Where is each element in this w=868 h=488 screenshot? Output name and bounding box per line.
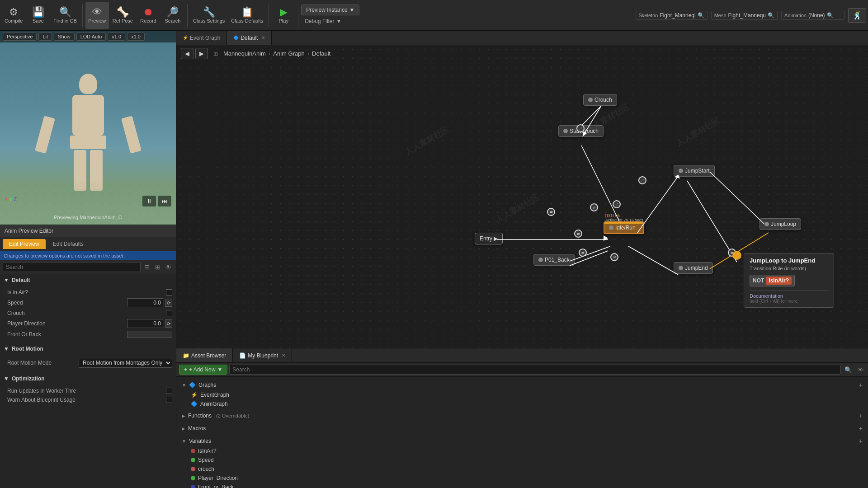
warn-blueprint-checkbox[interactable] (166, 397, 172, 403)
root-motion-section-header[interactable]: ▼ Root Motion (0, 343, 176, 355)
animation-search-icon[interactable]: 🔍 (827, 12, 834, 19)
ref-pose-button[interactable]: 🦴 Ref Pose (110, 2, 136, 29)
idle-run-node[interactable]: 100.0% Acting for 70.16 secs Idle/Run (604, 221, 644, 234)
graphs-add-button[interactable]: + (859, 381, 863, 389)
transition-node-5[interactable]: ⇌ (576, 124, 585, 132)
scale2-button[interactable]: x1.0 (127, 33, 145, 41)
jump-end-node[interactable]: JumpEnd (674, 262, 713, 274)
debug-filter-button[interactable]: Debug Filter ▼ (301, 16, 359, 26)
macros-header[interactable]: ▶ Macros + (176, 423, 868, 434)
play-button[interactable]: ▶ Play (272, 2, 295, 29)
search-grid-button[interactable]: ⊞ (153, 263, 162, 272)
find-in-cb-button[interactable]: 🔍 Find in CB (51, 2, 79, 29)
orange-transition-marker[interactable] (732, 251, 741, 260)
edit-defaults-tab[interactable]: Edit Defaults (47, 239, 90, 249)
class-settings-button[interactable]: 🔧 Class Settings (190, 2, 227, 29)
default-graph-tab[interactable]: 🔷 Default ✕ (227, 31, 272, 45)
var-player-direction-item[interactable]: Player_Direction (176, 474, 868, 483)
search-input[interactable] (3, 262, 141, 272)
asset-browser-icon: 📁 (183, 352, 189, 359)
viewport: Perspective Lit Show LOD Auto x1.0 x1.0 (0, 31, 176, 225)
playback-controls: ⏸ ⏭ (142, 196, 171, 206)
crouch-checkbox[interactable] (166, 310, 172, 316)
compile-button[interactable]: ⚙ Compile (2, 2, 25, 29)
entry-node[interactable]: Entry ▶ (475, 233, 503, 244)
nav-forward-button[interactable]: ▶ (195, 48, 208, 59)
jump-start-node[interactable]: JumpStart (674, 165, 715, 177)
transition-node-8[interactable]: ⇌ (610, 253, 618, 261)
close-blueprint-icon[interactable]: ✕ (282, 353, 285, 358)
macros-add-button[interactable]: + (859, 425, 863, 432)
functions-header[interactable]: ▶ Functions (2 Overridable) + (176, 410, 868, 421)
root-motion-mode-select[interactable]: Root Motion from Montages Only (79, 358, 172, 368)
save-button[interactable]: 💾 Save (26, 2, 50, 29)
perspective-button[interactable]: Perspective (3, 33, 37, 41)
variables-header[interactable]: ▼ Variables + (176, 436, 868, 446)
jump-loop-node[interactable]: JumpLoop (760, 218, 801, 230)
record-button[interactable]: ⏺ Record (137, 2, 160, 29)
event-graph-tab[interactable]: ⚡ Event Graph (176, 31, 227, 45)
tooltip-documentation: Documentation hold (Ctrl + Alt) for more (750, 290, 828, 304)
mannequin-toggle-button[interactable]: 🕺 (848, 8, 866, 23)
nav-back-button[interactable]: ◀ (181, 48, 193, 59)
is-in-air-checkbox[interactable] (166, 289, 172, 296)
transition-node-4[interactable]: ⇌ (613, 200, 621, 208)
search-eye-button[interactable]: 👁 (164, 263, 173, 272)
var-crouch-item[interactable]: crouch (176, 465, 868, 474)
graphs-header[interactable]: ▼ 🔷 Graphs + (176, 380, 868, 390)
var-isinair-item[interactable]: IsInAir? (176, 446, 868, 455)
show-button[interactable]: Show (54, 33, 75, 41)
asset-browser-tab[interactable]: 📁 Asset Browser (176, 348, 233, 362)
graph-tabs: ⚡ Event Graph 🔷 Default ✕ (176, 31, 868, 45)
transition-node-1[interactable]: ⇌ (574, 230, 582, 238)
player-direction-input[interactable] (127, 319, 163, 328)
scale1-button[interactable]: x1.0 (108, 33, 125, 41)
search-button[interactable]: 🔎 Search (161, 2, 184, 29)
animation-selector[interactable]: Animation (None) 🔍 (781, 11, 844, 20)
player-direction-spinner[interactable]: ⟳ (165, 319, 172, 328)
p01-back-node[interactable]: P01_Back (533, 254, 575, 266)
pause-button[interactable]: ⏸ (142, 196, 156, 206)
speed-spinner[interactable]: ⟳ (165, 299, 172, 307)
crouch-node[interactable]: Crouch (583, 94, 617, 106)
transition-node-7[interactable]: ⇌ (579, 249, 587, 257)
transition-node-6[interactable]: ⇌ (638, 176, 646, 184)
mannequin-hips (70, 136, 106, 149)
transition-node-2[interactable]: ⇌ (590, 203, 598, 211)
graph-area[interactable]: ◀ ▶ ⊞ MannequinAnim › Anim Graph › Defau… (176, 45, 868, 348)
class-defaults-button[interactable]: 📋 Class Defaults (228, 2, 266, 29)
add-new-button[interactable]: + + Add New ▼ (179, 365, 227, 375)
skeleton-search-icon[interactable]: 🔍 (698, 12, 704, 19)
lod-button[interactable]: LOD Auto (76, 33, 106, 41)
var-front-or-back-item[interactable]: Front_or_Back (176, 483, 868, 488)
asset-browser-search[interactable] (229, 365, 841, 375)
preview-button[interactable]: 👁 Preview (85, 2, 109, 29)
run-updates-checkbox[interactable] (166, 388, 172, 394)
asset-browser-tabs: 📁 Asset Browser 📄 My Blueprint ✕ (176, 348, 868, 363)
mannequin-arm-right (121, 116, 142, 154)
step-button[interactable]: ⏭ (158, 196, 171, 206)
skeleton-selector[interactable]: Skeleton Fight_Manneqi 🔍 (636, 11, 708, 20)
search-list-button[interactable]: ☰ (142, 263, 151, 272)
axis-indicator: X Y Z (5, 197, 17, 202)
functions-add-button[interactable]: + (859, 412, 863, 419)
ab-search-button[interactable]: 🔍 (843, 366, 854, 374)
edit-preview-tab[interactable]: Edit Preview (3, 239, 46, 249)
close-graph-icon[interactable]: ✕ (261, 35, 265, 40)
breadcrumb: MannequinAnim › Anim Graph › Default (223, 50, 330, 57)
mesh-selector[interactable]: Mesh Fight_Mannequ 🔍 (711, 11, 778, 20)
my-blueprint-tab[interactable]: 📄 My Blueprint ✕ (233, 348, 292, 362)
preview-instance-dropdown-icon: ▼ (349, 7, 355, 13)
ab-filter-button[interactable]: 👁 (856, 366, 865, 374)
variables-add-button[interactable]: + (859, 437, 863, 445)
preview-instance-button[interactable]: Preview Instance ▼ (301, 5, 359, 15)
mesh-search-icon[interactable]: 🔍 (768, 12, 774, 19)
anim-graph-item[interactable]: 🔷 AnimGraph (176, 399, 868, 408)
optimization-section-header[interactable]: ▼ Optimization (0, 373, 176, 385)
speed-input[interactable] (127, 298, 163, 307)
default-section-header[interactable]: ▼ Default (0, 274, 176, 286)
lit-button[interactable]: Lit (38, 33, 52, 41)
transition-node-3[interactable]: ⇌ (547, 208, 555, 216)
event-graph-item[interactable]: ⚡ EventGraph (176, 390, 868, 399)
var-speed-item[interactable]: Speed (176, 455, 868, 465)
